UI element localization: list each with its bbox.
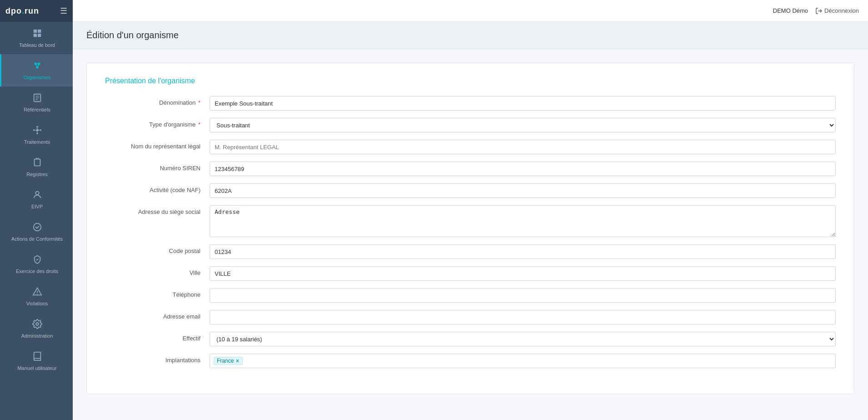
ville-input[interactable]	[210, 266, 836, 281]
effectif-label: Effectif	[105, 332, 210, 342]
hamburger-icon[interactable]: ☰	[60, 6, 67, 16]
administration-icon	[32, 319, 42, 331]
representant-input[interactable]	[210, 140, 836, 154]
sidebar-item-actions-conformites[interactable]: Actions de Conformités	[0, 216, 73, 248]
logout-button[interactable]: Déconnexion	[815, 7, 859, 15]
email-label: Adresse email	[105, 310, 210, 320]
svg-rect-1	[37, 30, 40, 33]
sidebar-label-eivp: EIVP	[31, 204, 43, 209]
page-header: Édition d'un organisme	[73, 22, 868, 49]
sidebar-item-manuel[interactable]: Manuel utilisateur	[0, 345, 73, 377]
registres-icon	[32, 157, 42, 170]
siren-row: Numéro SIREN	[105, 162, 836, 176]
representant-label: Nom du représentant légal	[105, 140, 210, 150]
naf-input[interactable]	[210, 183, 836, 198]
sidebar-item-registres[interactable]: Registres	[0, 151, 73, 183]
sidebar-label-registres: Registres	[26, 172, 47, 177]
sidebar-label-organismes: Organismes	[24, 75, 50, 80]
telephone-row: Téléphone	[105, 288, 836, 303]
svg-point-24	[33, 223, 41, 231]
codepostal-input[interactable]	[210, 244, 836, 259]
email-row: Adresse email	[105, 310, 836, 324]
sidebar-label-traitements: Traitements	[24, 139, 50, 145]
conformites-icon	[32, 222, 42, 234]
sidebar-item-violations[interactable]: Violations	[0, 280, 73, 313]
traitements-icon	[32, 125, 42, 137]
page-title: Édition d'un organisme	[86, 30, 854, 40]
sidebar-item-eivp[interactable]: EIVP	[0, 183, 73, 216]
denomination-input[interactable]	[210, 96, 836, 111]
denomination-label: Dénomination *	[105, 96, 210, 106]
logo: dpo.run	[5, 6, 39, 16]
form-section-title: Présentation de l'organisme	[105, 77, 836, 85]
topbar: DEMO Démo Déconnexion	[73, 0, 868, 22]
referentiels-icon	[32, 93, 42, 105]
svg-point-27	[36, 323, 39, 325]
ville-row: Ville	[105, 266, 836, 281]
email-input[interactable]	[210, 310, 836, 324]
implantations-tag-input[interactable]: France ×	[210, 354, 836, 368]
sidebar-logo: dpo.run ☰	[0, 0, 73, 22]
eivp-icon	[32, 190, 42, 202]
content-area: Présentation de l'organisme Dénomination…	[73, 49, 868, 420]
implantations-row: Implantations France ×	[105, 354, 836, 368]
sidebar-item-traitements[interactable]: Traitements	[0, 119, 73, 151]
adresse-textarea[interactable]: Adresse	[210, 205, 836, 237]
organismes-icon	[32, 61, 42, 73]
droits-icon	[32, 254, 42, 267]
sidebar-label-tableau: Tableau de bord	[19, 42, 55, 48]
ville-label: Ville	[105, 266, 210, 276]
sidebar: dpo.run ☰ Tableau de bord Organismes Réf…	[0, 0, 73, 420]
svg-point-14	[36, 129, 39, 132]
siren-label: Numéro SIREN	[105, 162, 210, 172]
sidebar-label-actions: Actions de Conformités	[11, 236, 63, 242]
svg-point-16	[36, 133, 38, 135]
svg-point-26	[37, 293, 38, 294]
svg-point-18	[40, 129, 41, 131]
sidebar-label-administration: Administration	[21, 333, 53, 339]
svg-rect-0	[33, 30, 36, 33]
type-select[interactable]: Sous-traitant Responsable de traitement …	[210, 118, 836, 132]
naf-label: Activité (code NAF)	[105, 183, 210, 193]
adresse-row: Adresse du siège social Adresse	[105, 205, 836, 237]
telephone-label: Téléphone	[105, 288, 210, 298]
sidebar-label-manuel: Manuel utilisateur	[17, 365, 56, 371]
type-label: Type d'organisme *	[105, 118, 210, 128]
type-row: Type d'organisme * Sous-traitant Respons…	[105, 118, 836, 132]
svg-point-17	[33, 129, 35, 131]
main-content: DEMO Démo Déconnexion Édition d'un organ…	[73, 0, 868, 420]
dashboard-icon	[32, 28, 42, 40]
sidebar-label-referentiels: Référentiels	[24, 107, 50, 112]
sidebar-label-violations: Violations	[26, 301, 48, 306]
form-card: Présentation de l'organisme Dénomination…	[86, 63, 854, 394]
adresse-label: Adresse du siège social	[105, 205, 210, 215]
svg-point-23	[35, 192, 39, 195]
implantations-label: Implantations	[105, 354, 210, 364]
svg-point-6	[36, 66, 39, 69]
topbar-user: DEMO Démo	[773, 7, 808, 14]
sidebar-label-droits: Exercice des droits	[16, 268, 58, 274]
svg-rect-3	[37, 34, 40, 37]
sidebar-item-organismes[interactable]: Organismes	[0, 54, 73, 86]
violations-icon	[32, 287, 42, 299]
manuel-icon	[32, 351, 42, 364]
effectif-select[interactable]: (10 à 19 salariés) (20 à 49 salariés) (5…	[210, 332, 836, 346]
effectif-row: Effectif (10 à 19 salariés) (20 à 49 sal…	[105, 332, 836, 346]
naf-row: Activité (code NAF)	[105, 183, 836, 198]
tag-france: France ×	[214, 357, 243, 365]
telephone-input[interactable]	[210, 288, 836, 303]
siren-input[interactable]	[210, 162, 836, 176]
tag-remove-france[interactable]: ×	[236, 358, 239, 364]
codepostal-label: Code postal	[105, 244, 210, 254]
codepostal-row: Code postal	[105, 244, 836, 259]
representant-row: Nom du représentant légal	[105, 140, 836, 154]
logout-label: Déconnexion	[824, 7, 859, 14]
svg-rect-2	[33, 34, 36, 37]
sidebar-item-administration[interactable]: Administration	[0, 313, 73, 345]
sidebar-item-referentiels[interactable]: Référentiels	[0, 86, 73, 119]
denomination-row: Dénomination *	[105, 96, 836, 111]
sidebar-item-tableau-de-bord[interactable]: Tableau de bord	[0, 22, 73, 54]
logout-icon	[815, 7, 823, 15]
svg-point-15	[36, 126, 38, 128]
sidebar-item-exercice-droits[interactable]: Exercice des droits	[0, 248, 73, 280]
